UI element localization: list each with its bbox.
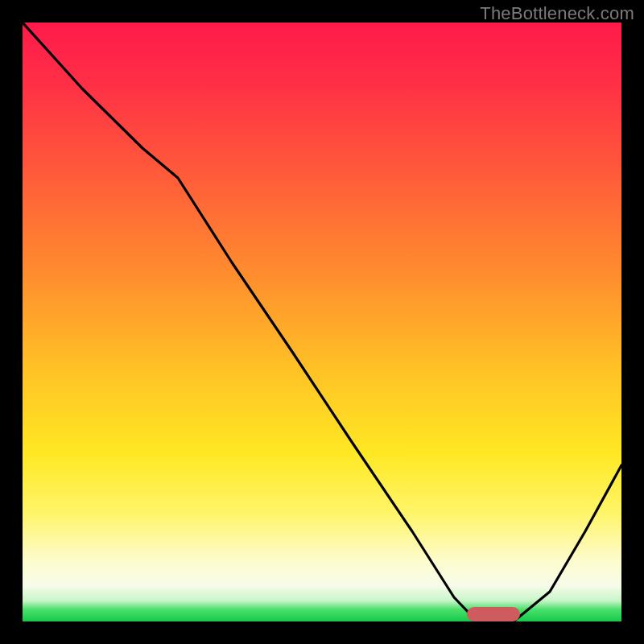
bottleneck-curve: [23, 23, 621, 621]
watermark-text: TheBottleneck.com: [480, 3, 634, 24]
plot-area: [23, 23, 621, 621]
optimal-range-marker: [467, 607, 520, 621]
chart-frame: TheBottleneck.com: [0, 0, 644, 644]
